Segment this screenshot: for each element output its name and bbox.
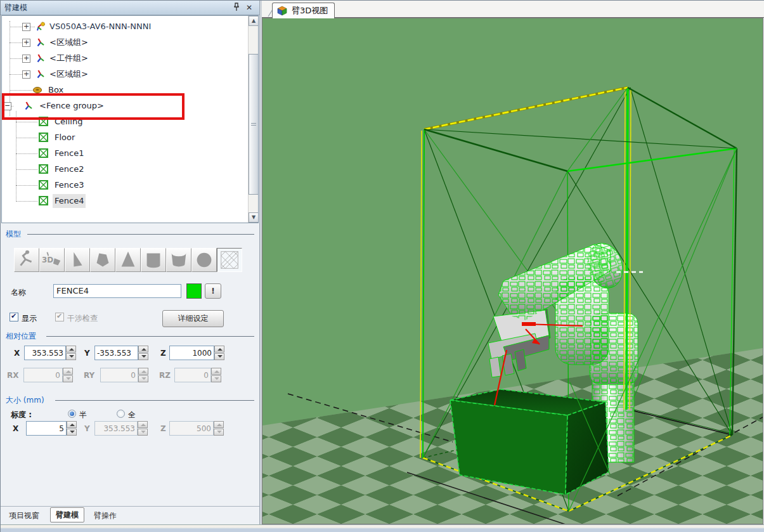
tool-cylinder-button[interactable] [141, 248, 166, 272]
tab-arm-operation[interactable]: 臂操作 [89, 509, 122, 522]
tab-project-window[interactable]: 项目视窗 [4, 509, 44, 522]
section-rule [27, 234, 254, 235]
size-z-label: Z [160, 424, 166, 433]
tree-scrollbar[interactable]: ▲ ▼ [248, 16, 259, 223]
size-z-spinner [214, 421, 224, 436]
panel-title: 臂建模 [4, 3, 27, 13]
tab-arm-3d-view[interactable]: 臂3D视图 [272, 3, 335, 18]
tree-item-label: Fence3 [53, 178, 86, 192]
relpos-z-spinner[interactable] [214, 346, 224, 360]
axes-triad-icon [36, 69, 46, 79]
tool-cone-button[interactable] [115, 248, 141, 272]
fence-icon [39, 196, 49, 206]
fence-icon [39, 164, 49, 174]
arm-3d-viewport[interactable] [262, 18, 763, 524]
scroll-up-button[interactable]: ▲ [249, 16, 259, 26]
tool-wedge-button[interactable] [65, 248, 90, 272]
tree-item-label: Ceiling [53, 115, 84, 129]
status-strip [1, 524, 764, 532]
view-tab-strip [262, 1, 764, 18]
tool-bucket-button[interactable] [166, 248, 191, 272]
panel-titlebar: 臂建模 ✕ [1, 1, 259, 15]
relpos-ry-spinner [138, 368, 148, 382]
scroll-down-button[interactable]: ▼ [249, 212, 259, 223]
warning-button[interactable]: ! [205, 283, 221, 299]
fence-icon [39, 117, 49, 127]
relpos-y-label: Y [84, 349, 90, 358]
relpos-rx-label: RX [7, 371, 19, 380]
tree-item-label: Floor [53, 131, 77, 145]
relpos-x-label: X [14, 349, 20, 358]
scale-full-radio[interactable] [117, 410, 125, 418]
size-y-spinner [138, 421, 148, 436]
scene-3d [262, 18, 763, 524]
relpos-ry-label: RY [84, 371, 94, 380]
tool-robot-button[interactable] [14, 248, 39, 272]
close-icon[interactable]: ✕ [244, 3, 254, 13]
section-rule [55, 400, 254, 401]
fence-icon [39, 133, 49, 143]
interference-checkbox-label: 干涉检查 [67, 313, 98, 324]
size-x-spinner[interactable] [67, 421, 77, 436]
size-x-input[interactable]: 5 [26, 421, 67, 436]
display-checkbox-label: 显示 [22, 313, 37, 324]
interference-checkbox [55, 313, 64, 321]
model-tree: + VS050A3-AV6-NNN-NNNI + <区域组> + [1, 15, 259, 223]
tree-item-label: <工件组> [48, 51, 90, 65]
arm-modeling-panel: 臂建模 ✕ + VS050A3-AV6-NNN-NNNI + [1, 1, 259, 524]
axes-triad-icon [36, 37, 46, 48]
tree-item-label: <区域组> [48, 67, 90, 81]
relpos-z-input[interactable]: 1000 [169, 346, 214, 360]
model-section-title: 模型 [6, 229, 21, 240]
robot-icon [36, 22, 46, 32]
tree-item-label: VS050A3-AV6-NNN-NNNI [48, 20, 153, 34]
scrollbar-thumb[interactable] [249, 54, 259, 195]
tool-3d-import-button[interactable]: 3D [39, 248, 65, 272]
tool-blob-button[interactable] [90, 248, 115, 272]
tool-fence-mesh-button[interactable] [217, 248, 242, 272]
relative-position-title: 相对位置 [6, 331, 36, 342]
size-x-label: X [13, 424, 18, 433]
axes-triad-icon [23, 101, 34, 111]
scale-label: 标度 : [11, 410, 32, 420]
relpos-rz-label: RZ [159, 371, 171, 380]
box-donut-icon [32, 85, 42, 95]
fence-color-swatch[interactable] [186, 283, 202, 299]
size-y-label: Y [84, 424, 90, 433]
relpos-rx-spinner [63, 368, 73, 382]
section-rule [46, 336, 254, 337]
relpos-z-label: Z [160, 349, 166, 358]
display-checkbox[interactable] [10, 313, 18, 321]
tree-item-label: Box [46, 83, 65, 97]
size-z-input: 500 [169, 421, 214, 436]
relpos-x-input[interactable]: 353.553 [24, 346, 66, 360]
fence-icon [39, 148, 49, 159]
scale-half-radio[interactable] [68, 410, 76, 418]
relpos-y-input[interactable]: -353.553 [94, 346, 138, 360]
relpos-rz-spinner [211, 368, 221, 382]
tree-item-label: <区域组> [48, 36, 90, 49]
fence-icon [39, 180, 49, 190]
relpos-y-spinner[interactable] [138, 346, 148, 360]
panel-tab-strip: 项目视窗 臂建模 臂操作 [1, 506, 259, 525]
application-window: 臂建模 ✕ + VS050A3-AV6-NNN-NNNI + [0, 0, 764, 532]
tree-item-label: Fence4 [53, 194, 86, 208]
scale-full-label: 全 [128, 410, 136, 420]
cube-3d-icon [277, 6, 287, 20]
tree-item-label: <Fence group> [37, 99, 106, 113]
axes-triad-icon [36, 53, 46, 63]
relpos-rz-input: 0 [174, 368, 211, 382]
tab-arm-modeling[interactable]: 臂建模 [50, 507, 84, 522]
detail-settings-button[interactable]: 详细设定 [162, 310, 224, 327]
name-input[interactable]: FENCE4 [53, 284, 181, 298]
pin-icon[interactable] [231, 3, 242, 13]
relpos-ry-input: 0 [100, 368, 138, 382]
tool-sphere-button[interactable] [191, 248, 217, 272]
tab-arm-3d-view-label: 臂3D视图 [292, 6, 328, 15]
relpos-x-spinner[interactable] [66, 346, 76, 360]
size-y-input: 353.553 [94, 421, 138, 436]
tree-guide-line [16, 111, 16, 202]
tree-item-label: Fence1 [53, 146, 86, 160]
name-label: 名称 [11, 287, 26, 298]
tree-item-label: Fence2 [53, 162, 86, 176]
